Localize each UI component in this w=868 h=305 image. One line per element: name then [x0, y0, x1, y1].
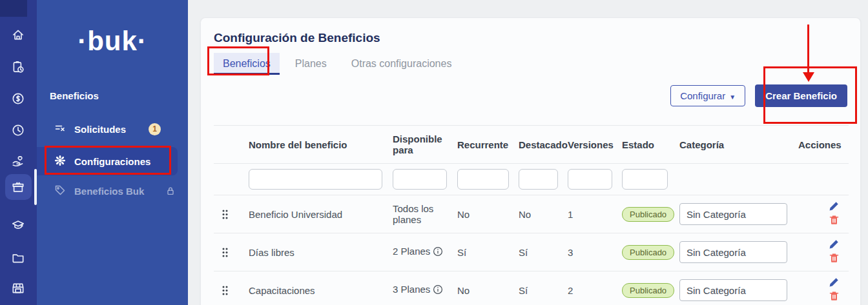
table-row: Capacitaciones3 PlanesNoSí2PublicadoSin …	[214, 271, 849, 305]
cell-versiones: 2	[568, 271, 622, 305]
chevron-down-icon: ▼	[729, 93, 736, 101]
sidebar-item-beneficios-buk[interactable]: Beneficios Buk	[37, 177, 178, 205]
categoria-select[interactable]: Sin Categoría	[679, 241, 787, 263]
categoria-select[interactable]: Sin Categoría	[679, 279, 787, 301]
edit-pencil-icon[interactable]	[828, 201, 840, 212]
cell-versiones: 3	[568, 233, 622, 271]
column-header: Destacado	[519, 126, 568, 164]
configurar-button[interactable]: Configurar▼	[670, 85, 745, 106]
toolbar: Configurar▼ Crear Beneficio	[214, 84, 847, 107]
app-window: ·buk· Beneficios Solicitudes 1 Configura…	[0, 0, 868, 305]
storefront-icon[interactable]	[5, 275, 32, 301]
filter-input[interactable]	[249, 169, 382, 190]
column-header: Recurrente	[457, 126, 519, 164]
info-icon[interactable]	[433, 286, 443, 297]
tag-icon	[54, 184, 66, 198]
cell-nombre: Días libres	[249, 233, 393, 271]
drag-handle-icon[interactable]	[220, 206, 230, 222]
edit-pencil-icon[interactable]	[828, 239, 840, 250]
delete-trash-icon[interactable]	[829, 214, 840, 226]
cell-versiones: 1	[568, 195, 622, 233]
clipboard-clock-icon[interactable]	[5, 54, 32, 80]
column-header: Acciones	[798, 126, 849, 164]
column-header: Categoría	[679, 126, 798, 164]
cell-nombre: Beneficio Universidad	[249, 195, 393, 233]
gift-icon[interactable]	[5, 174, 32, 200]
column-header: Estado	[622, 126, 679, 164]
status-badge: Publicado	[622, 245, 674, 260]
buk-logo: ·buk·	[37, 26, 188, 57]
cell-disponible: Todos los planes	[393, 195, 457, 233]
column-header: Versiones	[568, 126, 622, 164]
delete-trash-icon[interactable]	[829, 290, 840, 302]
cell-recurrente: Sí	[457, 233, 519, 271]
crear-beneficio-button[interactable]: Crear Beneficio	[755, 84, 847, 107]
delete-trash-icon[interactable]	[829, 252, 840, 264]
icon-rail	[0, 0, 37, 305]
filter-input[interactable]	[393, 169, 447, 190]
edit-pencil-icon[interactable]	[828, 277, 840, 288]
column-header: Disponible para	[393, 126, 457, 164]
folder-icon[interactable]	[5, 245, 32, 271]
active-module-bar	[34, 169, 37, 205]
status-badge: Publicado	[622, 283, 674, 298]
main-content-card: Configuración de Beneficios Beneficios P…	[200, 17, 861, 305]
cell-destacado: No	[519, 195, 568, 233]
money-icon[interactable]	[5, 86, 32, 112]
drag-handle-icon[interactable]	[220, 244, 230, 261]
sidebar-item-label: Configuraciones	[74, 156, 150, 167]
cell-destacado: Sí	[519, 233, 568, 271]
sidebar-item-configuraciones[interactable]: Configuraciones	[37, 147, 178, 175]
cell-recurrente: No	[457, 195, 519, 233]
drag-handle-icon[interactable]	[220, 282, 230, 299]
cell-disponible: 2 Planes	[393, 233, 457, 271]
info-icon[interactable]	[433, 248, 443, 259]
cell-destacado: Sí	[519, 271, 568, 305]
notification-badge: 1	[149, 123, 161, 135]
column-header: Nombre del beneficio	[249, 126, 393, 164]
hand-heart-icon[interactable]	[5, 148, 32, 174]
cell-disponible: 3 Planes	[393, 271, 457, 305]
cell-nombre: Capacitaciones	[249, 271, 393, 305]
table-row: Beneficio UniversidadTodos los planesNoN…	[214, 195, 849, 233]
sidebar-item-solicitudes[interactable]: Solicitudes 1	[37, 115, 178, 143]
sidebar-item-label: Beneficios Buk	[74, 186, 144, 197]
sidebar-item-label: Solicitudes	[74, 124, 126, 135]
filter-input[interactable]	[519, 169, 558, 190]
gear-icon	[54, 155, 66, 168]
column-header-handle	[214, 126, 249, 164]
sidebar-section-title: Beneficios	[50, 90, 99, 101]
table-row: Días libres2 PlanesSíSí3PublicadoSin Cat…	[214, 233, 849, 271]
page-title: Configuración de Beneficios	[214, 31, 847, 45]
status-badge: Publicado	[622, 207, 674, 222]
tab-bar: Beneficios Planes Otras configuraciones	[214, 53, 847, 75]
cell-recurrente: No	[457, 271, 519, 305]
filter-input[interactable]	[568, 169, 612, 190]
home-icon[interactable]	[5, 22, 32, 48]
rail-top-block	[0, 0, 27, 17]
tab-planes[interactable]: Planes	[286, 53, 336, 75]
list-check-icon	[54, 123, 66, 136]
tab-beneficios[interactable]: Beneficios	[214, 53, 280, 75]
sidebar: ·buk· Beneficios Solicitudes 1 Configura…	[37, 0, 188, 305]
categoria-select[interactable]: Sin Categoría	[679, 203, 787, 225]
graduation-cap-icon[interactable]	[5, 212, 32, 238]
filter-input[interactable]	[457, 169, 509, 190]
tab-otras-configuraciones[interactable]: Otras configuraciones	[342, 53, 461, 75]
filter-input[interactable]	[622, 169, 668, 190]
benefits-table: Nombre del beneficioDisponible paraRecur…	[214, 125, 849, 305]
lock-icon	[165, 186, 176, 196]
clock-icon[interactable]	[5, 117, 32, 143]
